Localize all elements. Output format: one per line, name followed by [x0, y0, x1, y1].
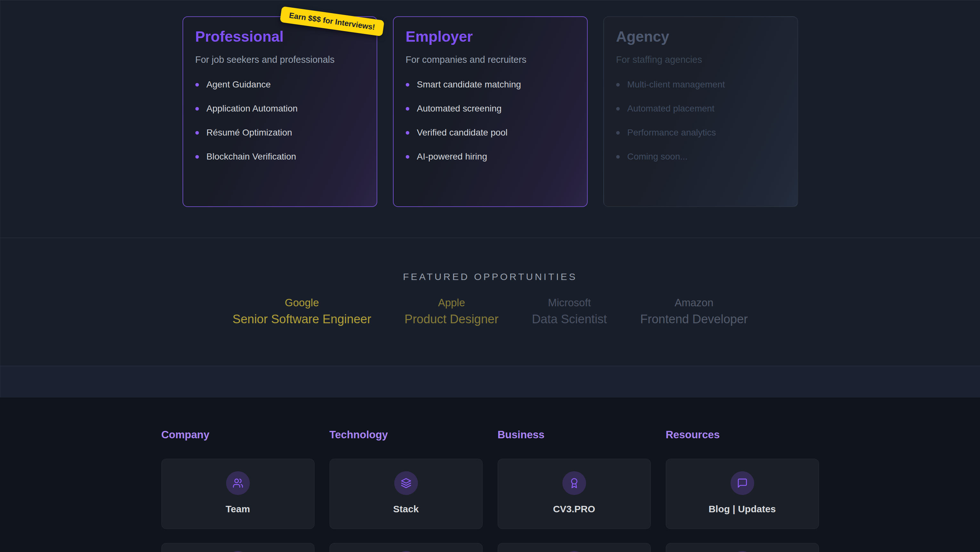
- plan-feature: Application Automation: [196, 103, 364, 114]
- bullet-dot-icon: [406, 131, 409, 134]
- layers-icon: [394, 471, 418, 495]
- plan-feature-list: Multi-client management Automated placem…: [616, 79, 785, 162]
- bullet-dot-icon: [616, 131, 620, 134]
- footer-grid: Company Team Technology Stack: [161, 428, 819, 552]
- bullet-dot-icon: [406, 155, 409, 159]
- featured-job-microsoft[interactable]: Microsoft Data Scientist: [532, 296, 607, 327]
- plan-feature: Verified candidate pool: [406, 127, 575, 138]
- plan-feature-label: Agent Guidance: [207, 79, 271, 90]
- bullet-dot-icon: [196, 107, 199, 110]
- featured-opportunities-section: FEATURED OPPORTUNITIES Google Senior Sof…: [0, 238, 980, 366]
- footer-column-heading: Technology: [329, 428, 483, 441]
- site-footer: Company Team Technology Stack: [0, 397, 980, 552]
- job-company: Google: [232, 296, 371, 309]
- plan-cards-row: Professional For job seekers and profess…: [0, 0, 980, 207]
- plan-feature: Coming soon...: [616, 151, 785, 162]
- plan-feature-list: Smart candidate matching Automated scree…: [406, 79, 575, 162]
- job-title: Data Scientist: [532, 312, 607, 327]
- plan-card-agency: Agency For staffing agencies Multi-clien…: [603, 16, 798, 207]
- plan-card-employer[interactable]: Employer For companies and recruiters Sm…: [393, 16, 588, 207]
- bullet-dot-icon: [616, 155, 620, 159]
- footer-column-resources: Resources Blog | Updates: [666, 428, 819, 552]
- footer-card-partial[interactable]: [666, 543, 819, 552]
- plan-feature-label: Résumé Optimization: [207, 127, 293, 138]
- footer-card-team[interactable]: Team: [161, 459, 315, 529]
- plan-feature-list: Agent Guidance Application Automation Ré…: [196, 79, 364, 162]
- footer-column-heading: Business: [498, 428, 651, 441]
- footer-card-blog-updates[interactable]: Blog | Updates: [666, 459, 819, 529]
- footer-column-company: Company Team: [161, 428, 315, 552]
- plan-feature-label: Coming soon...: [627, 151, 687, 162]
- plan-feature: AI-powered hiring: [406, 151, 575, 162]
- page: Earn $$$ for Interviews! Professional Fo…: [0, 0, 980, 552]
- plan-title: Agency: [616, 28, 785, 45]
- plan-feature-label: Multi-client management: [627, 79, 725, 90]
- plan-title: Employer: [406, 28, 575, 45]
- plan-feature: Automated screening: [406, 103, 575, 114]
- plan-subtitle: For job seekers and professionals: [196, 54, 364, 65]
- plan-feature: Performance analytics: [616, 127, 785, 138]
- footer-card-label: CV3.PRO: [498, 504, 651, 515]
- section-divider-band: [0, 366, 980, 397]
- plan-feature: Smart candidate matching: [406, 79, 575, 90]
- award-icon: [562, 471, 586, 495]
- bullet-dot-icon: [196, 155, 199, 159]
- plan-feature-label: Smart candidate matching: [417, 79, 521, 90]
- footer-card-partial[interactable]: [161, 543, 315, 552]
- featured-job-amazon[interactable]: Amazon Frontend Developer: [640, 296, 748, 327]
- plan-feature-label: Verified candidate pool: [417, 127, 508, 138]
- bullet-dot-icon: [616, 107, 620, 110]
- plan-feature: Multi-client management: [616, 79, 785, 90]
- plan-card-professional[interactable]: Professional For job seekers and profess…: [183, 16, 377, 207]
- plan-feature-label: Blockchain Verification: [207, 151, 296, 162]
- footer-column-heading: Resources: [666, 428, 819, 441]
- job-company: Amazon: [640, 296, 748, 309]
- job-title: Senior Software Engineer: [232, 312, 371, 327]
- featured-jobs-row: Google Senior Software Engineer Apple Pr…: [0, 296, 980, 327]
- plan-title: Professional: [196, 28, 364, 45]
- plans-section: Earn $$$ for Interviews! Professional Fo…: [0, 0, 980, 238]
- users-icon: [226, 471, 250, 495]
- featured-heading: FEATURED OPPORTUNITIES: [0, 238, 980, 282]
- footer-card-partial[interactable]: [329, 543, 483, 552]
- plan-feature-label: AI-powered hiring: [417, 151, 487, 162]
- bullet-dot-icon: [406, 107, 409, 110]
- plan-feature: Agent Guidance: [196, 79, 364, 90]
- footer-column-business: Business CV3.PRO: [498, 428, 651, 552]
- plan-feature-label: Performance analytics: [627, 127, 716, 138]
- footer-column-heading: Company: [161, 428, 315, 441]
- plan-feature: Automated placement: [616, 103, 785, 114]
- plan-feature-label: Automated placement: [627, 103, 714, 114]
- job-title: Product Designer: [404, 312, 499, 327]
- featured-job-apple[interactable]: Apple Product Designer: [404, 296, 499, 327]
- plan-feature-label: Application Automation: [207, 103, 298, 114]
- plan-subtitle: For staffing agencies: [616, 54, 785, 65]
- plan-feature: Résumé Optimization: [196, 127, 364, 138]
- footer-card-partial[interactable]: [498, 543, 651, 552]
- bullet-dot-icon: [406, 83, 409, 86]
- message-square-icon: [730, 471, 754, 495]
- footer-card-label: Blog | Updates: [666, 504, 819, 515]
- footer-card-stack[interactable]: Stack: [329, 459, 483, 529]
- plan-feature-label: Automated screening: [417, 103, 502, 114]
- footer-card-label: Team: [162, 504, 314, 515]
- footer-card-label: Stack: [330, 504, 482, 515]
- plan-feature: Blockchain Verification: [196, 151, 364, 162]
- footer-card-cv3pro[interactable]: CV3.PRO: [498, 459, 651, 529]
- featured-job-google[interactable]: Google Senior Software Engineer: [232, 296, 371, 327]
- footer-column-technology: Technology Stack: [329, 428, 483, 552]
- job-title: Frontend Developer: [640, 312, 748, 327]
- bullet-dot-icon: [616, 83, 620, 86]
- job-company: Microsoft: [532, 296, 607, 309]
- plan-subtitle: For companies and recruiters: [406, 54, 575, 65]
- job-company: Apple: [404, 296, 499, 309]
- bullet-dot-icon: [196, 131, 199, 134]
- bullet-dot-icon: [196, 83, 199, 86]
